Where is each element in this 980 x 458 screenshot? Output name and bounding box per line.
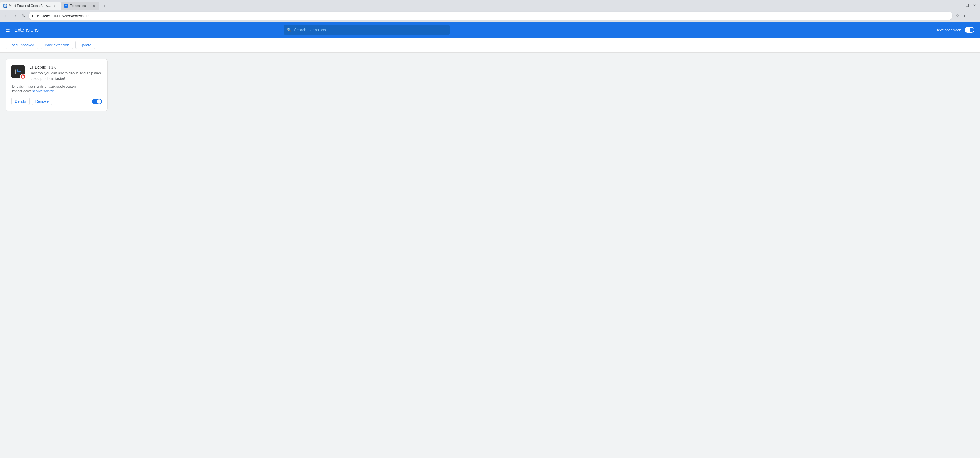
menu-dots-icon[interactable]: ⋮	[970, 12, 978, 20]
extension-icon-container	[11, 65, 26, 79]
svg-point-0	[4, 5, 6, 7]
new-tab-button[interactable]: +	[100, 2, 108, 10]
load-unpacked-button[interactable]: Load unpacked	[6, 41, 38, 49]
update-button[interactable]: Update	[75, 41, 95, 49]
tab-2-close[interactable]: ✕	[92, 3, 96, 8]
tab-2[interactable]: Extensions ✕	[61, 2, 99, 10]
tab-bar: Most Powerful Cross Browser Tes ✕ Extens…	[0, 0, 980, 10]
developer-mode-toggle[interactable]	[964, 27, 974, 33]
extension-inspect-row: Inspect views service worker	[11, 89, 102, 93]
extension-info: LT Debug 1.2.0 Best tool you can ask to …	[30, 65, 102, 81]
extension-card: LT Debug 1.2.0 Best tool you can ask to …	[6, 59, 108, 111]
extensions-title: Extensions	[14, 27, 39, 33]
svg-point-2	[17, 71, 19, 72]
extension-enabled-toggle[interactable]	[92, 99, 102, 104]
extensions-header: ☰ Extensions 🔍 Developer mode	[0, 22, 980, 38]
reload-button[interactable]: ↻	[20, 12, 28, 20]
service-worker-link[interactable]: service worker	[32, 89, 53, 93]
tab-favicon-ext	[64, 4, 68, 8]
address-separator: |	[52, 14, 52, 18]
bookmark-icon[interactable]: ☆	[953, 12, 961, 20]
inspect-views-label: Inspect views	[11, 89, 31, 93]
search-box[interactable]: 🔍	[284, 25, 450, 35]
address-bar-row: ← → ↻ LT Browser | lt-browser://extensio…	[0, 10, 980, 22]
hamburger-icon[interactable]: ☰	[6, 27, 10, 33]
browser-window: Most Powerful Cross Browser Tes ✕ Extens…	[0, 0, 980, 455]
toggle-knob	[969, 28, 974, 32]
tab-favicon-lt	[3, 4, 7, 8]
extension-card-footer: Details Remove	[11, 97, 102, 105]
extension-meta: ID: pkbpmmaehncmhndmaaikkopcleiccgakm In…	[11, 85, 102, 93]
tab-1-close[interactable]: ✕	[53, 3, 57, 8]
extension-name-row: LT Debug 1.2.0	[30, 65, 102, 69]
tab-1[interactable]: Most Powerful Cross Browser Tes ✕	[0, 2, 61, 10]
window-controls: — ❑ ✕	[957, 2, 980, 10]
extension-id-value: pkbpmmaehncmhndmaaikkopcleiccgakm	[17, 85, 77, 88]
toolbar-area: Load unpacked Pack extension Update	[0, 38, 980, 53]
back-button[interactable]: ←	[2, 12, 10, 20]
address-prefix: LT Browser	[32, 14, 50, 18]
developer-mode-label: Developer mode	[935, 28, 962, 32]
developer-mode-area: Developer mode	[935, 27, 974, 33]
extension-icon-badge	[20, 74, 26, 79]
extension-id-label: ID:	[11, 85, 17, 88]
browser-toolbar-right: ☆ ⋮	[953, 12, 978, 20]
extensions-puzzle-icon[interactable]	[962, 12, 969, 20]
main-content: LT Debug 1.2.0 Best tool you can ask to …	[0, 53, 980, 455]
svg-rect-4	[22, 75, 24, 77]
maximize-button[interactable]: ❑	[964, 2, 970, 9]
close-button[interactable]: ✕	[971, 2, 978, 9]
details-button[interactable]: Details	[11, 97, 30, 105]
pack-extension-button[interactable]: Pack extension	[41, 41, 73, 49]
address-bar[interactable]: LT Browser | lt-browser://extensions	[29, 11, 952, 20]
extension-id-row: ID: pkbpmmaehncmhndmaaikkopcleiccgakm	[11, 85, 102, 88]
search-input[interactable]	[294, 28, 446, 32]
search-icon: 🔍	[287, 28, 292, 32]
extension-toggle-knob	[97, 99, 102, 104]
address-url: lt-browser://extensions	[54, 14, 90, 18]
forward-button[interactable]: →	[11, 12, 19, 20]
minimize-button[interactable]: —	[957, 2, 963, 9]
extension-description: Best tool you can ask to debug and ship …	[30, 70, 102, 81]
extension-toggle-area	[92, 99, 102, 104]
extension-name: LT Debug	[30, 65, 46, 69]
address-text: LT Browser | lt-browser://extensions	[32, 14, 90, 18]
tab-2-title: Extensions	[70, 4, 90, 8]
tab-1-title: Most Powerful Cross Browser Tes	[9, 4, 51, 8]
extension-card-header: LT Debug 1.2.0 Best tool you can ask to …	[11, 65, 102, 81]
remove-button[interactable]: Remove	[32, 97, 52, 105]
extension-version: 1.2.0	[48, 65, 56, 69]
